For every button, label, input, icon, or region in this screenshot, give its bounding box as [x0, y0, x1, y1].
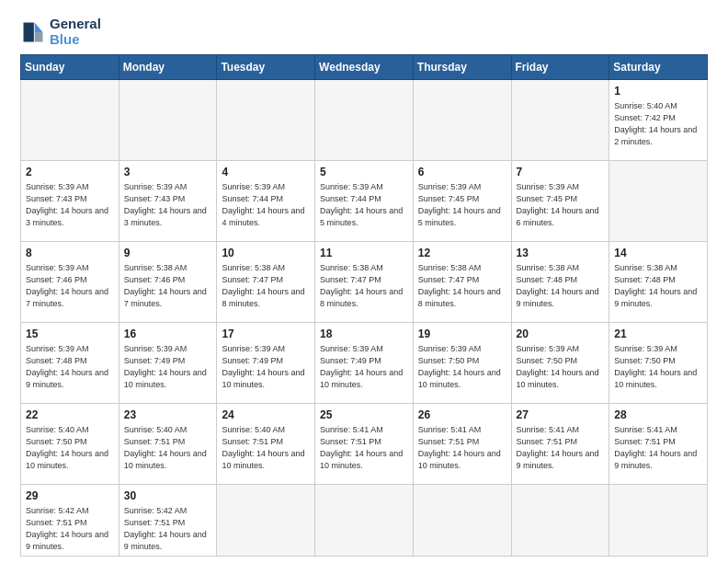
weekday-header-sunday: Sunday [21, 55, 119, 80]
svg-marker-1 [35, 32, 43, 42]
day-info: Sunrise: 5:41 AMSunset: 7:51 PMDaylight:… [418, 425, 501, 469]
day-info: Sunrise: 5:40 AMSunset: 7:51 PMDaylight:… [124, 425, 207, 469]
day-number: 3 [124, 165, 212, 179]
day-number: 7 [517, 165, 605, 179]
day-number: 23 [124, 408, 212, 422]
calendar-cell: 14 Sunrise: 5:38 AMSunset: 7:48 PMDaylig… [609, 242, 708, 323]
day-number: 8 [26, 246, 114, 260]
weekday-header-tuesday: Tuesday [217, 55, 315, 80]
day-number: 5 [320, 165, 408, 179]
calendar-cell: 9 Sunrise: 5:38 AMSunset: 7:46 PMDayligh… [119, 242, 217, 323]
day-info: Sunrise: 5:38 AMSunset: 7:47 PMDaylight:… [320, 263, 403, 307]
calendar-cell: 19 Sunrise: 5:39 AMSunset: 7:50 PMDaylig… [413, 323, 511, 404]
calendar-cell [609, 485, 708, 557]
calendar-week-4: 22 Sunrise: 5:40 AMSunset: 7:50 PMDaylig… [21, 404, 708, 485]
calendar-cell: 28 Sunrise: 5:41 AMSunset: 7:51 PMDaylig… [609, 404, 708, 485]
logo-icon [20, 19, 46, 45]
day-info: Sunrise: 5:39 AMSunset: 7:43 PMDaylight:… [26, 182, 108, 226]
day-number: 10 [222, 246, 310, 260]
svg-marker-0 [35, 22, 43, 32]
calendar-cell [21, 80, 119, 161]
day-number: 14 [614, 246, 702, 260]
calendar-cell: 4 Sunrise: 5:39 AMSunset: 7:44 PMDayligh… [217, 161, 315, 242]
weekday-header-saturday: Saturday [609, 55, 708, 80]
day-number: 21 [614, 327, 702, 341]
calendar-cell [609, 161, 708, 242]
day-info: Sunrise: 5:39 AMSunset: 7:50 PMDaylight:… [418, 344, 501, 388]
day-info: Sunrise: 5:39 AMSunset: 7:48 PMDaylight:… [26, 344, 108, 388]
calendar-cell: 1 Sunrise: 5:40 AMSunset: 7:42 PMDayligh… [609, 80, 708, 161]
calendar-cell [413, 80, 511, 161]
logo-text: General Blue [50, 17, 101, 47]
logo: General Blue [20, 17, 101, 47]
calendar-cell [413, 485, 511, 557]
day-number: 16 [124, 327, 212, 341]
calendar-cell: 30 Sunrise: 5:42 AMSunset: 7:51 PMDaylig… [119, 485, 217, 557]
day-info: Sunrise: 5:41 AMSunset: 7:51 PMDaylight:… [320, 425, 403, 469]
calendar-cell: 27 Sunrise: 5:41 AMSunset: 7:51 PMDaylig… [511, 404, 609, 485]
day-info: Sunrise: 5:39 AMSunset: 7:49 PMDaylight:… [124, 344, 207, 388]
calendar-cell: 13 Sunrise: 5:38 AMSunset: 7:48 PMDaylig… [511, 242, 609, 323]
day-info: Sunrise: 5:38 AMSunset: 7:47 PMDaylight:… [418, 263, 501, 307]
day-info: Sunrise: 5:38 AMSunset: 7:46 PMDaylight:… [124, 263, 207, 307]
calendar-week-1: 2 Sunrise: 5:39 AMSunset: 7:43 PMDayligh… [21, 161, 708, 242]
day-info: Sunrise: 5:39 AMSunset: 7:44 PMDaylight:… [222, 182, 304, 226]
day-number: 17 [222, 327, 310, 341]
calendar-week-2: 8 Sunrise: 5:39 AMSunset: 7:46 PMDayligh… [21, 242, 708, 323]
weekday-header-friday: Friday [511, 55, 609, 80]
calendar-cell: 16 Sunrise: 5:39 AMSunset: 7:49 PMDaylig… [119, 323, 217, 404]
weekday-header-thursday: Thursday [413, 55, 511, 80]
calendar-cell [119, 80, 217, 161]
calendar-page: General Blue SundayMondayTuesdayWednesda… [0, 0, 728, 563]
day-info: Sunrise: 5:39 AMSunset: 7:50 PMDaylight:… [614, 344, 697, 388]
day-number: 6 [418, 165, 506, 179]
day-info: Sunrise: 5:40 AMSunset: 7:50 PMDaylight:… [26, 425, 108, 469]
calendar-week-0: 1 Sunrise: 5:40 AMSunset: 7:42 PMDayligh… [21, 80, 708, 161]
day-number: 28 [614, 408, 702, 422]
calendar-cell: 10 Sunrise: 5:38 AMSunset: 7:47 PMDaylig… [217, 242, 315, 323]
day-number: 13 [517, 246, 605, 260]
day-number: 22 [26, 408, 114, 422]
day-info: Sunrise: 5:39 AMSunset: 7:44 PMDaylight:… [320, 182, 403, 226]
day-info: Sunrise: 5:39 AMSunset: 7:49 PMDaylight:… [222, 344, 304, 388]
calendar-cell: 22 Sunrise: 5:40 AMSunset: 7:50 PMDaylig… [21, 404, 119, 485]
day-number: 12 [418, 246, 506, 260]
day-info: Sunrise: 5:42 AMSunset: 7:51 PMDaylight:… [124, 506, 207, 550]
day-info: Sunrise: 5:39 AMSunset: 7:43 PMDaylight:… [124, 182, 207, 226]
day-info: Sunrise: 5:38 AMSunset: 7:48 PMDaylight:… [614, 263, 697, 307]
calendar-cell: 24 Sunrise: 5:40 AMSunset: 7:51 PMDaylig… [217, 404, 315, 485]
day-number: 29 [26, 488, 114, 503]
svg-rect-2 [24, 22, 34, 41]
day-info: Sunrise: 5:41 AMSunset: 7:51 PMDaylight:… [614, 425, 697, 469]
day-number: 27 [517, 408, 605, 422]
calendar-cell [511, 80, 609, 161]
calendar-cell: 23 Sunrise: 5:40 AMSunset: 7:51 PMDaylig… [119, 404, 217, 485]
calendar-cell [315, 80, 414, 161]
day-info: Sunrise: 5:39 AMSunset: 7:50 PMDaylight:… [517, 344, 599, 388]
calendar-cell: 6 Sunrise: 5:39 AMSunset: 7:45 PMDayligh… [413, 161, 511, 242]
header: General Blue [20, 17, 708, 47]
day-info: Sunrise: 5:39 AMSunset: 7:46 PMDaylight:… [26, 263, 108, 307]
weekday-header-monday: Monday [119, 55, 217, 80]
day-info: Sunrise: 5:41 AMSunset: 7:51 PMDaylight:… [517, 425, 599, 469]
calendar-cell: 12 Sunrise: 5:38 AMSunset: 7:47 PMDaylig… [413, 242, 511, 323]
day-info: Sunrise: 5:39 AMSunset: 7:49 PMDaylight:… [320, 344, 403, 388]
calendar-cell: 26 Sunrise: 5:41 AMSunset: 7:51 PMDaylig… [413, 404, 511, 485]
day-number: 26 [418, 408, 506, 422]
day-number: 11 [320, 246, 408, 260]
calendar-cell: 20 Sunrise: 5:39 AMSunset: 7:50 PMDaylig… [511, 323, 609, 404]
day-info: Sunrise: 5:40 AMSunset: 7:51 PMDaylight:… [222, 425, 304, 469]
calendar-cell: 7 Sunrise: 5:39 AMSunset: 7:45 PMDayligh… [511, 161, 609, 242]
day-number: 18 [320, 327, 408, 341]
weekday-header-wednesday: Wednesday [315, 55, 414, 80]
day-info: Sunrise: 5:38 AMSunset: 7:47 PMDaylight:… [222, 263, 304, 307]
day-number: 4 [222, 165, 310, 179]
calendar-week-3: 15 Sunrise: 5:39 AMSunset: 7:48 PMDaylig… [21, 323, 708, 404]
calendar-cell [315, 485, 414, 557]
calendar-cell: 15 Sunrise: 5:39 AMSunset: 7:48 PMDaylig… [21, 323, 119, 404]
calendar-cell: 5 Sunrise: 5:39 AMSunset: 7:44 PMDayligh… [315, 161, 414, 242]
calendar-week-5: 29 Sunrise: 5:42 AMSunset: 7:51 PMDaylig… [21, 485, 708, 557]
day-info: Sunrise: 5:39 AMSunset: 7:45 PMDaylight:… [418, 182, 501, 226]
calendar-cell: 2 Sunrise: 5:39 AMSunset: 7:43 PMDayligh… [21, 161, 119, 242]
calendar-cell: 25 Sunrise: 5:41 AMSunset: 7:51 PMDaylig… [315, 404, 414, 485]
